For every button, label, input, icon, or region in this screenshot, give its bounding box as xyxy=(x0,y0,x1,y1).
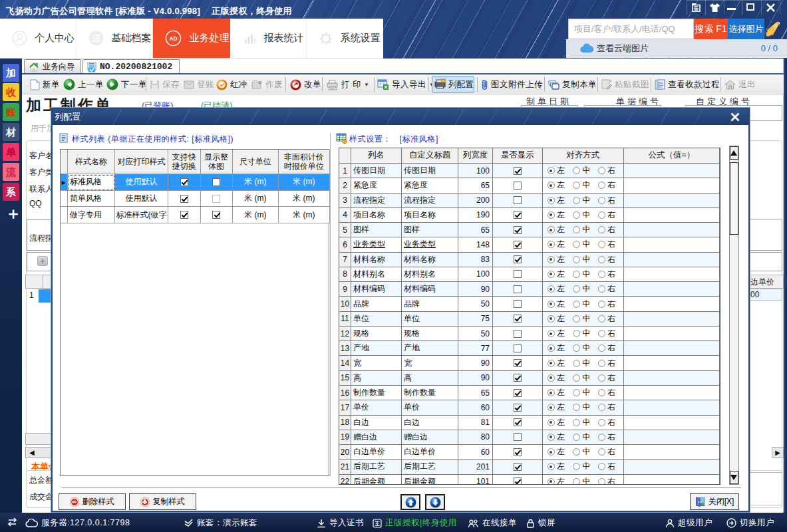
svg-text:AD: AD xyxy=(170,35,178,42)
